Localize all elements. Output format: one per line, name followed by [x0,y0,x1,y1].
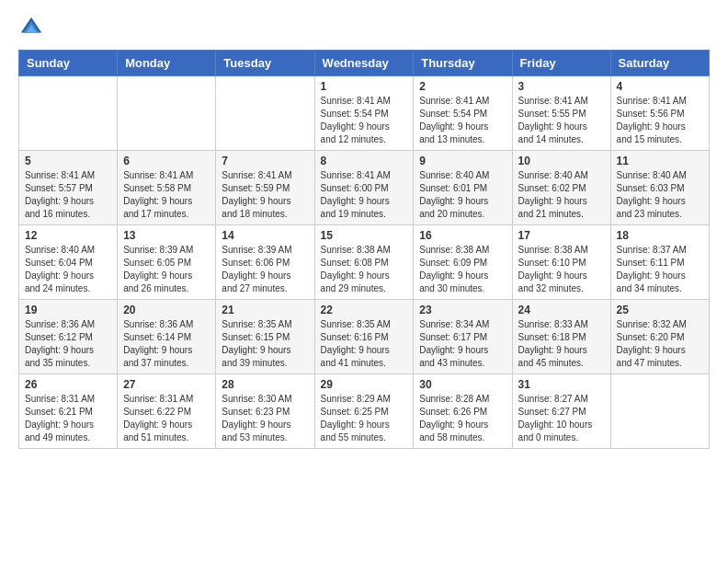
calendar-day-cell: 26Sunrise: 8:31 AM Sunset: 6:21 PM Dayli… [19,374,118,449]
calendar-day-cell: 9Sunrise: 8:40 AM Sunset: 6:01 PM Daylig… [414,151,512,225]
day-number: 8 [321,155,408,167]
calendar-day-cell: 20Sunrise: 8:36 AM Sunset: 6:14 PM Dayli… [118,300,216,374]
calendar-day-cell: 1Sunrise: 8:41 AM Sunset: 5:54 PM Daylig… [314,76,414,151]
day-info: Sunrise: 8:35 AM Sunset: 6:15 PM Dayligh… [222,318,308,370]
day-number: 31 [518,378,605,391]
day-number: 1 [321,80,408,93]
day-number: 5 [25,155,111,167]
day-number: 21 [222,304,308,316]
calendar-day-cell: 14Sunrise: 8:39 AM Sunset: 6:06 PM Dayli… [216,225,314,300]
day-info: Sunrise: 8:41 AM Sunset: 5:56 PM Dayligh… [617,95,703,146]
day-number: 10 [518,155,605,167]
calendar-day-cell: 25Sunrise: 8:32 AM Sunset: 6:20 PM Dayli… [610,300,709,374]
day-info: Sunrise: 8:38 AM Sunset: 6:10 PM Dayligh… [518,244,605,295]
calendar-day-cell: 27Sunrise: 8:31 AM Sunset: 6:22 PM Dayli… [118,374,216,449]
day-number: 23 [419,304,506,316]
calendar-day-cell: 17Sunrise: 8:38 AM Sunset: 6:10 PM Dayli… [512,225,610,300]
day-info: Sunrise: 8:37 AM Sunset: 6:11 PM Dayligh… [617,244,703,295]
day-number: 25 [617,304,703,316]
calendar-day-header: Thursday [414,51,512,76]
day-info: Sunrise: 8:29 AM Sunset: 6:25 PM Dayligh… [321,393,408,444]
day-info: Sunrise: 8:41 AM Sunset: 5:58 PM Dayligh… [123,169,210,221]
day-info: Sunrise: 8:31 AM Sunset: 6:21 PM Dayligh… [25,393,111,444]
day-number: 28 [222,378,308,391]
day-number: 17 [518,229,605,242]
day-info: Sunrise: 8:33 AM Sunset: 6:18 PM Dayligh… [518,318,605,370]
day-number: 26 [25,378,111,391]
calendar-day-cell: 10Sunrise: 8:40 AM Sunset: 6:02 PM Dayli… [512,151,610,225]
calendar-day-cell: 2Sunrise: 8:41 AM Sunset: 5:54 PM Daylig… [414,76,512,151]
calendar-day-cell: 11Sunrise: 8:40 AM Sunset: 6:03 PM Dayli… [610,151,709,225]
calendar-day-cell: 6Sunrise: 8:41 AM Sunset: 5:58 PM Daylig… [118,151,216,225]
calendar-day-cell: 12Sunrise: 8:40 AM Sunset: 6:04 PM Dayli… [19,225,118,300]
calendar-day-cell: 5Sunrise: 8:41 AM Sunset: 5:57 PM Daylig… [19,151,118,225]
day-number: 30 [419,378,506,391]
day-info: Sunrise: 8:41 AM Sunset: 5:55 PM Dayligh… [518,95,605,146]
calendar-day-cell: 8Sunrise: 8:41 AM Sunset: 6:00 PM Daylig… [314,151,414,225]
day-info: Sunrise: 8:41 AM Sunset: 5:54 PM Dayligh… [419,95,506,146]
calendar-day-cell: 3Sunrise: 8:41 AM Sunset: 5:55 PM Daylig… [512,76,610,151]
day-info: Sunrise: 8:38 AM Sunset: 6:09 PM Dayligh… [419,244,506,295]
day-number: 9 [419,155,506,167]
day-number: 4 [617,80,703,93]
calendar-day-cell [216,76,314,151]
day-number: 3 [518,80,605,93]
day-info: Sunrise: 8:38 AM Sunset: 6:08 PM Dayligh… [321,244,408,295]
day-info: Sunrise: 8:34 AM Sunset: 6:17 PM Dayligh… [419,318,506,370]
calendar-week-row: 1Sunrise: 8:41 AM Sunset: 5:54 PM Daylig… [19,76,710,151]
calendar-day-cell: 28Sunrise: 8:30 AM Sunset: 6:23 PM Dayli… [216,374,314,449]
logo [18,15,48,40]
day-info: Sunrise: 8:36 AM Sunset: 6:12 PM Dayligh… [25,318,111,370]
day-number: 12 [25,229,111,242]
day-info: Sunrise: 8:27 AM Sunset: 6:27 PM Dayligh… [518,393,605,444]
calendar-day-cell: 22Sunrise: 8:35 AM Sunset: 6:16 PM Dayli… [314,300,414,374]
day-info: Sunrise: 8:36 AM Sunset: 6:14 PM Dayligh… [123,318,210,370]
day-number: 27 [123,378,210,391]
day-info: Sunrise: 8:32 AM Sunset: 6:20 PM Dayligh… [617,318,703,370]
calendar-day-cell: 24Sunrise: 8:33 AM Sunset: 6:18 PM Dayli… [512,300,610,374]
header [18,15,710,40]
calendar-day-header: Saturday [610,51,709,76]
day-info: Sunrise: 8:40 AM Sunset: 6:02 PM Dayligh… [518,169,605,221]
day-info: Sunrise: 8:40 AM Sunset: 6:01 PM Dayligh… [419,169,506,221]
day-info: Sunrise: 8:31 AM Sunset: 6:22 PM Dayligh… [123,393,210,444]
day-number: 6 [123,155,210,167]
day-number: 7 [222,155,308,167]
day-number: 24 [518,304,605,316]
day-info: Sunrise: 8:30 AM Sunset: 6:23 PM Dayligh… [222,393,308,444]
calendar-week-row: 19Sunrise: 8:36 AM Sunset: 6:12 PM Dayli… [19,300,710,374]
calendar-day-cell: 13Sunrise: 8:39 AM Sunset: 6:05 PM Dayli… [118,225,216,300]
day-number: 20 [123,304,210,316]
calendar-day-cell: 21Sunrise: 8:35 AM Sunset: 6:15 PM Dayli… [216,300,314,374]
day-number: 15 [321,229,408,242]
calendar-day-cell: 19Sunrise: 8:36 AM Sunset: 6:12 PM Dayli… [19,300,118,374]
calendar-day-cell: 30Sunrise: 8:28 AM Sunset: 6:26 PM Dayli… [414,374,512,449]
day-info: Sunrise: 8:40 AM Sunset: 6:04 PM Dayligh… [25,244,111,295]
calendar-header-row: SundayMondayTuesdayWednesdayThursdayFrid… [19,51,710,76]
day-number: 22 [321,304,408,316]
logo-icon [18,15,44,40]
calendar-week-row: 5Sunrise: 8:41 AM Sunset: 5:57 PM Daylig… [19,151,710,225]
day-info: Sunrise: 8:40 AM Sunset: 6:03 PM Dayligh… [617,169,703,221]
calendar-day-header: Sunday [19,51,118,76]
day-number: 16 [419,229,506,242]
calendar-day-header: Monday [118,51,216,76]
calendar-day-cell: 4Sunrise: 8:41 AM Sunset: 5:56 PM Daylig… [610,76,709,151]
calendar-day-cell [118,76,216,151]
day-number: 14 [222,229,308,242]
day-info: Sunrise: 8:39 AM Sunset: 6:06 PM Dayligh… [222,244,308,295]
calendar-day-cell: 18Sunrise: 8:37 AM Sunset: 6:11 PM Dayli… [610,225,709,300]
calendar-day-cell: 15Sunrise: 8:38 AM Sunset: 6:08 PM Dayli… [314,225,414,300]
day-number: 13 [123,229,210,242]
day-info: Sunrise: 8:28 AM Sunset: 6:26 PM Dayligh… [419,393,506,444]
calendar-day-cell [19,76,118,151]
day-info: Sunrise: 8:39 AM Sunset: 6:05 PM Dayligh… [123,244,210,295]
calendar-week-row: 12Sunrise: 8:40 AM Sunset: 6:04 PM Dayli… [19,225,710,300]
calendar-day-header: Friday [512,51,610,76]
calendar-table: SundayMondayTuesdayWednesdayThursdayFrid… [18,50,710,449]
calendar-day-cell: 7Sunrise: 8:41 AM Sunset: 5:59 PM Daylig… [216,151,314,225]
day-number: 29 [321,378,408,391]
calendar-day-cell: 16Sunrise: 8:38 AM Sunset: 6:09 PM Dayli… [414,225,512,300]
calendar-day-header: Tuesday [216,51,314,76]
day-info: Sunrise: 8:41 AM Sunset: 5:57 PM Dayligh… [25,169,111,221]
